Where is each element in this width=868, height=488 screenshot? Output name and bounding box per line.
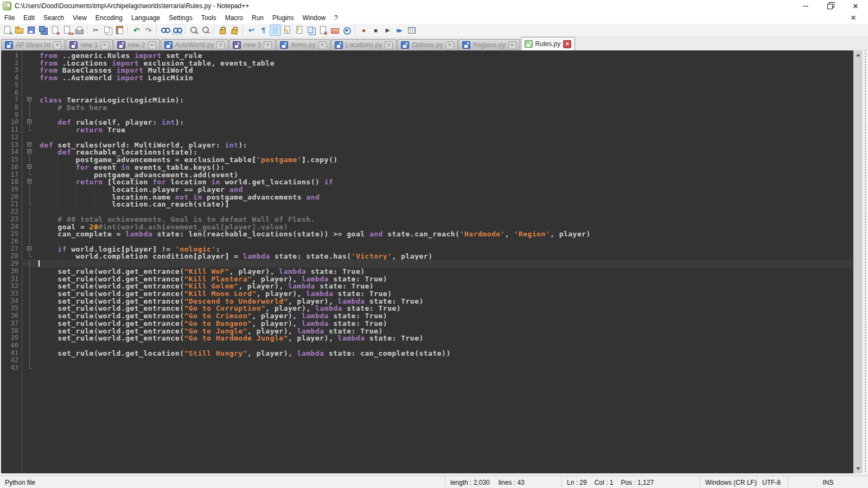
function-def-icon[interactable] xyxy=(317,24,329,36)
menu-item-run[interactable]: Run xyxy=(247,12,268,23)
fold-tree-line xyxy=(22,349,36,357)
code-line-text: postgame_advancements.add(event) xyxy=(36,171,853,178)
macro-record-icon[interactable] xyxy=(358,24,369,36)
cut-icon[interactable] xyxy=(90,24,101,36)
status-length-lines: length : 2,030 lines : 43 xyxy=(445,476,561,488)
undo-icon[interactable] xyxy=(131,24,142,36)
tab-close-icon[interactable] xyxy=(446,41,454,49)
status-col: Col : 1 xyxy=(595,479,614,486)
tab-ap-ideas-txt[interactable]: AP Ideas.txt xyxy=(1,39,65,50)
show-all-chars-icon[interactable] xyxy=(258,24,269,36)
code-line-text: # Defs here xyxy=(36,104,853,111)
minimize-button[interactable] xyxy=(793,0,818,12)
menu-item-search[interactable]: Search xyxy=(39,12,68,23)
status-typing-mode[interactable]: INS xyxy=(788,476,868,488)
tab-autoworld-py[interactable]: AutoWorld.py xyxy=(161,39,229,50)
tab-regions-py[interactable]: Regions.py xyxy=(458,39,520,50)
code-text-area[interactable]: 1from ..generic.Rules import set_rule2fr… xyxy=(1,50,853,473)
word-wrap-icon[interactable] xyxy=(246,24,257,36)
save-icon[interactable] xyxy=(25,24,37,36)
save-all-icon[interactable] xyxy=(37,24,49,36)
line-number: 34 xyxy=(1,297,22,305)
tab-options-py[interactable]: Options.py xyxy=(397,39,457,50)
scroll-up-arrow-icon[interactable] xyxy=(853,50,863,60)
tab-new-3[interactable]: new 3 xyxy=(229,39,276,50)
doc-map-icon[interactable] xyxy=(293,24,305,36)
macro-save-icon[interactable] xyxy=(406,24,417,36)
fold-collapse-icon[interactable] xyxy=(22,245,36,253)
macro-play-icon[interactable] xyxy=(382,24,393,36)
close-document-icon[interactable] xyxy=(851,14,856,22)
fold-margin xyxy=(22,89,36,97)
print-icon[interactable] xyxy=(73,24,85,36)
tab-new-2[interactable]: new 2 xyxy=(113,39,160,50)
tab-close-icon[interactable] xyxy=(264,41,272,49)
fold-collapse-icon[interactable] xyxy=(22,96,36,104)
code-line-text: set_rule(world.get_entrance("Kill WoF", … xyxy=(36,267,853,275)
line-number: 28 xyxy=(1,252,22,260)
code-line: 28 world.completion_condition[player] = … xyxy=(1,252,853,260)
restore-button[interactable] xyxy=(818,0,843,12)
macro-stop-icon[interactable] xyxy=(370,24,381,36)
scroll-down-arrow-icon[interactable] xyxy=(853,464,863,473)
function-list-icon[interactable] xyxy=(282,24,293,36)
fold-collapse-icon[interactable] xyxy=(22,163,36,171)
menu-item-view[interactable]: View xyxy=(68,12,91,23)
fold-collapse-icon[interactable] xyxy=(22,141,36,149)
vertical-scrollbar[interactable] xyxy=(853,50,863,473)
tab-close-icon[interactable] xyxy=(318,41,327,49)
fold-collapse-icon[interactable] xyxy=(22,118,36,126)
tab-close-icon[interactable] xyxy=(385,41,393,49)
replace-icon[interactable] xyxy=(171,24,183,36)
close-icon[interactable] xyxy=(49,24,61,36)
copy-icon[interactable] xyxy=(102,24,113,36)
menu-bar: FileEditSearchViewEncodingLanguageSettin… xyxy=(0,12,868,24)
zoom-in-icon[interactable] xyxy=(188,24,200,36)
code-line-text: location.player == player and xyxy=(36,185,853,193)
tab-close-icon[interactable] xyxy=(563,40,571,48)
line-number: 41 xyxy=(1,349,22,357)
redo-icon[interactable] xyxy=(143,24,154,36)
tab-locations-py[interactable]: Locations.py xyxy=(331,39,397,50)
doc-list-icon[interactable] xyxy=(305,24,317,36)
menu-item-tools[interactable]: Tools xyxy=(197,12,221,23)
status-encoding[interactable]: UTF-8 xyxy=(757,476,788,488)
code-line-text: goal = 20#int(world.achievement_goal[pla… xyxy=(36,223,853,230)
menu-item-help[interactable]: ? xyxy=(330,12,342,23)
code-line: 39 set_rule(world.get_entrance("Go to Ha… xyxy=(1,334,853,342)
menu-item-settings[interactable]: Settings xyxy=(164,12,196,23)
close-all-icon[interactable] xyxy=(61,24,73,36)
fold-collapse-icon[interactable] xyxy=(22,148,36,156)
tab-rules-py[interactable]: Rules.py xyxy=(521,37,576,50)
open-file-icon[interactable] xyxy=(14,24,25,36)
menu-item-macro[interactable]: Macro xyxy=(221,12,247,23)
menu-item-window[interactable]: Window xyxy=(298,12,330,23)
menu-item-plugins[interactable]: Plugins xyxy=(268,12,298,23)
tab-close-icon[interactable] xyxy=(216,41,225,49)
sync-h-icon[interactable] xyxy=(228,24,241,37)
find-icon[interactable] xyxy=(159,24,171,36)
sync-v-icon[interactable] xyxy=(217,24,228,36)
tab-items-py[interactable]: Items.py xyxy=(276,39,330,50)
folder-workspace-icon[interactable] xyxy=(329,24,341,36)
macro-run-multiple-icon[interactable] xyxy=(394,24,405,36)
tab-close-icon[interactable] xyxy=(148,41,156,49)
code-line: 36 set_rule(world.get_entrance("Go to Cr… xyxy=(1,312,853,319)
menu-item-edit[interactable]: Edit xyxy=(19,12,39,23)
paste-icon[interactable] xyxy=(114,24,125,36)
monitoring-icon[interactable] xyxy=(341,24,353,36)
menu-item-encoding[interactable]: Encoding xyxy=(91,12,127,23)
tab-close-icon[interactable] xyxy=(53,41,61,49)
menu-item-language[interactable]: Language xyxy=(127,12,164,23)
tab-close-icon[interactable] xyxy=(508,41,516,49)
fold-collapse-icon[interactable] xyxy=(22,178,36,185)
tab-new-1[interactable]: new 1 xyxy=(66,39,112,50)
close-window-button[interactable] xyxy=(843,0,868,12)
zoom-out-icon[interactable] xyxy=(200,24,212,36)
new-file-icon[interactable] xyxy=(2,24,13,36)
tab-label: new 2 xyxy=(128,41,145,49)
indent-guide-icon[interactable] xyxy=(270,24,281,36)
menu-item-file[interactable]: File xyxy=(0,12,19,23)
status-eol-format[interactable]: Windows (CR LF) xyxy=(700,476,757,488)
tab-close-icon[interactable] xyxy=(101,41,109,49)
